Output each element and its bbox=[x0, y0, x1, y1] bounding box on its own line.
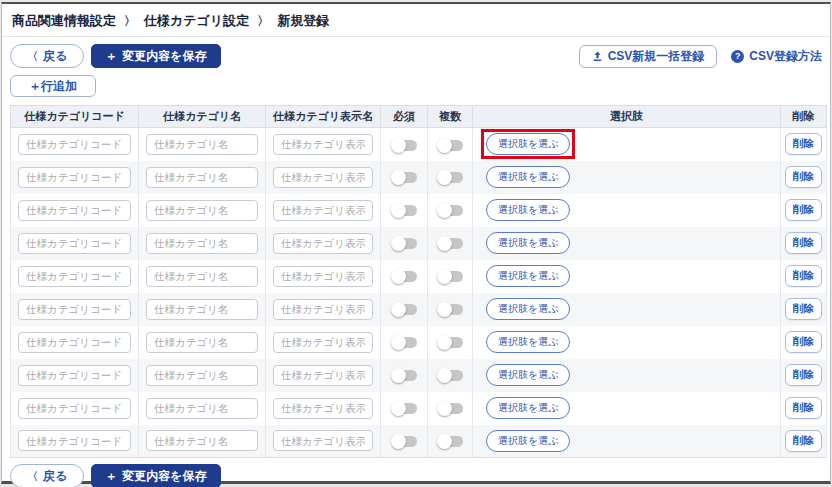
breadcrumb-separator-icon: 〉 bbox=[124, 13, 136, 30]
required-toggle[interactable] bbox=[391, 170, 417, 185]
delete-button[interactable]: 削除 bbox=[785, 364, 822, 386]
toggle-knob bbox=[437, 138, 452, 153]
required-toggle[interactable] bbox=[391, 138, 417, 153]
required-toggle[interactable] bbox=[391, 302, 417, 317]
multiple-toggle[interactable] bbox=[437, 269, 463, 284]
multiple-toggle[interactable] bbox=[437, 203, 463, 218]
delete-button[interactable]: 削除 bbox=[785, 265, 822, 287]
header-spec-category-name: 仕様カテゴリ名 bbox=[139, 106, 266, 128]
back-button-label: 戻る bbox=[43, 468, 67, 485]
spec-category-name-input[interactable] bbox=[146, 200, 258, 221]
table-row: 選択肢を選ぶ 削除 bbox=[11, 161, 827, 194]
required-toggle[interactable] bbox=[391, 401, 417, 416]
table-row: 選択肢を選ぶ 削除 bbox=[11, 293, 827, 326]
question-icon: ? bbox=[731, 50, 744, 63]
header-choices: 選択肢 bbox=[473, 106, 781, 128]
spec-category-name-input[interactable] bbox=[146, 299, 258, 320]
spec-category-display-name-input[interactable] bbox=[273, 200, 373, 221]
spec-category-display-name-input[interactable] bbox=[273, 299, 373, 320]
spec-category-code-input[interactable] bbox=[18, 299, 131, 320]
spec-category-display-name-input[interactable] bbox=[273, 398, 373, 419]
toggle-knob bbox=[391, 335, 406, 350]
delete-button[interactable]: 削除 bbox=[785, 133, 822, 155]
required-toggle[interactable] bbox=[391, 236, 417, 251]
required-toggle[interactable] bbox=[391, 203, 417, 218]
toggle-knob bbox=[391, 401, 406, 416]
spec-category-name-input[interactable] bbox=[146, 430, 258, 451]
choose-options-button[interactable]: 選択肢を選ぶ bbox=[486, 298, 570, 320]
multiple-toggle[interactable] bbox=[437, 335, 463, 350]
annotation-box: 選択肢を選ぶ bbox=[481, 228, 575, 258]
multiple-toggle[interactable] bbox=[437, 434, 463, 449]
multiple-toggle[interactable] bbox=[437, 302, 463, 317]
back-button[interactable]: 〈 戻る bbox=[10, 44, 84, 68]
delete-button[interactable]: 削除 bbox=[785, 298, 822, 320]
spec-category-name-input[interactable] bbox=[146, 398, 258, 419]
multiple-toggle[interactable] bbox=[437, 368, 463, 383]
multiple-toggle[interactable] bbox=[437, 401, 463, 416]
choose-options-button[interactable]: 選択肢を選ぶ bbox=[486, 166, 570, 188]
save-changes-button[interactable]: ＋ 変更内容を保存 bbox=[91, 44, 220, 68]
spec-category-name-input[interactable] bbox=[146, 233, 258, 254]
choose-options-button[interactable]: 選択肢を選ぶ bbox=[486, 430, 570, 452]
spec-category-code-input[interactable] bbox=[18, 398, 131, 419]
spec-category-code-input[interactable] bbox=[18, 266, 131, 287]
delete-button[interactable]: 削除 bbox=[785, 331, 822, 353]
spec-category-name-input[interactable] bbox=[146, 365, 258, 386]
spec-category-display-name-input[interactable] bbox=[273, 365, 373, 386]
spec-category-code-input[interactable] bbox=[18, 233, 131, 254]
spec-category-code-input[interactable] bbox=[18, 365, 131, 386]
choose-options-button[interactable]: 選択肢を選ぶ bbox=[486, 364, 570, 386]
csv-bulk-upload-button[interactable]: CSV新規一括登録 bbox=[579, 45, 718, 68]
spec-category-code-input[interactable] bbox=[18, 134, 131, 155]
delete-button[interactable]: 削除 bbox=[785, 232, 822, 254]
choose-options-button[interactable]: 選択肢を選ぶ bbox=[486, 331, 570, 353]
annotation-box: 選択肢を選ぶ bbox=[481, 195, 575, 225]
back-button-bottom[interactable]: 〈 戻る bbox=[10, 464, 84, 487]
bottom-toolbar: 〈 戻る ＋ 変更内容を保存 bbox=[10, 464, 822, 487]
delete-button[interactable]: 削除 bbox=[785, 199, 822, 221]
spec-category-code-input[interactable] bbox=[18, 332, 131, 353]
spec-category-display-name-input[interactable] bbox=[273, 266, 373, 287]
spec-category-name-input[interactable] bbox=[146, 167, 258, 188]
save-changes-button-bottom[interactable]: ＋ 変更内容を保存 bbox=[91, 464, 220, 487]
delete-button[interactable]: 削除 bbox=[785, 397, 822, 419]
required-toggle[interactable] bbox=[391, 368, 417, 383]
toggle-knob bbox=[391, 138, 406, 153]
spec-category-code-input[interactable] bbox=[18, 200, 131, 221]
add-row-button[interactable]: ＋行追加 bbox=[10, 75, 96, 97]
spec-category-name-input[interactable] bbox=[146, 332, 258, 353]
required-toggle[interactable] bbox=[391, 335, 417, 350]
spec-category-display-name-input[interactable] bbox=[273, 332, 373, 353]
spec-category-table: 仕様カテゴリコード 仕様カテゴリ名 仕様カテゴリ表示名 必須 複数 選択肢 削除 bbox=[10, 105, 827, 458]
csv-help-link[interactable]: ? CSV登録方法 bbox=[731, 48, 822, 65]
spec-category-display-name-input[interactable] bbox=[273, 134, 373, 155]
multiple-toggle[interactable] bbox=[437, 138, 463, 153]
spec-category-name-input[interactable] bbox=[146, 134, 258, 155]
multiple-toggle[interactable] bbox=[437, 170, 463, 185]
required-toggle[interactable] bbox=[391, 269, 417, 284]
spec-category-display-name-input[interactable] bbox=[273, 430, 373, 451]
header-spec-category-display-name: 仕様カテゴリ表示名 bbox=[266, 106, 381, 128]
spec-category-display-name-input[interactable] bbox=[273, 167, 373, 188]
required-toggle[interactable] bbox=[391, 434, 417, 449]
choose-options-button[interactable]: 選択肢を選ぶ bbox=[486, 232, 570, 254]
back-button-label: 戻る bbox=[43, 48, 67, 65]
annotation-box: 選択肢を選ぶ bbox=[481, 393, 575, 423]
choose-options-button[interactable]: 選択肢を選ぶ bbox=[486, 133, 570, 155]
choose-options-button[interactable]: 選択肢を選ぶ bbox=[486, 397, 570, 419]
choose-options-button[interactable]: 選択肢を選ぶ bbox=[486, 199, 570, 221]
delete-button[interactable]: 削除 bbox=[785, 166, 822, 188]
plus-icon: ＋ bbox=[105, 468, 117, 485]
spec-category-code-input[interactable] bbox=[18, 430, 131, 451]
delete-button[interactable]: 削除 bbox=[785, 430, 822, 452]
choose-options-button[interactable]: 選択肢を選ぶ bbox=[486, 265, 570, 287]
breadcrumb-item-spec-category[interactable]: 仕様カテゴリ設定 bbox=[144, 12, 249, 30]
toggle-knob bbox=[437, 302, 452, 317]
spec-category-display-name-input[interactable] bbox=[273, 233, 373, 254]
multiple-toggle[interactable] bbox=[437, 236, 463, 251]
spec-category-code-input[interactable] bbox=[18, 167, 131, 188]
spec-category-name-input[interactable] bbox=[146, 266, 258, 287]
toggle-knob bbox=[391, 203, 406, 218]
breadcrumb-item-product-settings[interactable]: 商品関連情報設定 bbox=[12, 12, 116, 30]
